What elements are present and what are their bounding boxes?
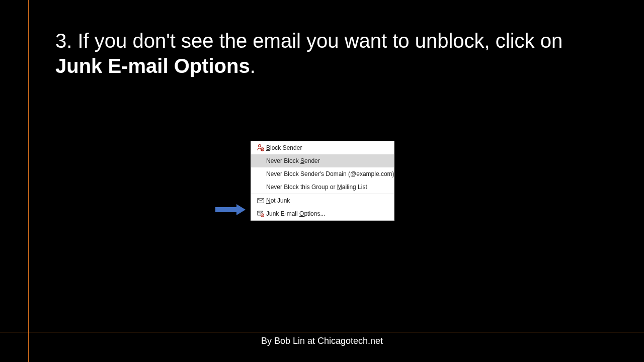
block-sender-icon <box>255 144 266 152</box>
menu-item-never-block-domain[interactable]: Never Block Sender's Domain (@example.co… <box>251 167 394 180</box>
slide: 3. If you don't see the email you want t… <box>0 0 644 362</box>
slide-heading: 3. If you don't see the email you want t… <box>55 28 599 78</box>
svg-point-0 <box>259 145 261 147</box>
mnemonic-letter: S <box>300 157 304 164</box>
heading-text-prefix: 3. If you don't see the email you want t… <box>55 30 562 52</box>
menu-label: Never Block this Group or Mailing List <box>266 184 390 191</box>
footer-credit: By Bob Lin at Chicagotech.net <box>0 336 644 346</box>
arrow-right-icon <box>215 204 246 215</box>
menu-item-junk-email-options[interactable]: Junk E-mail Options... <box>251 207 394 220</box>
junk-menu: Block Sender Never Block Sender Never Bl… <box>251 141 394 221</box>
heading-text-bold: Junk E-mail Options <box>55 55 250 77</box>
label-text: Junk E-mail <box>266 210 299 217</box>
label-text: lock Sender <box>270 144 302 151</box>
mnemonic-letter: B <box>266 144 270 151</box>
label-text: ot Junk <box>271 197 290 204</box>
horizontal-rule <box>0 332 644 332</box>
menu-item-never-block-sender[interactable]: Never Block Sender <box>251 154 394 167</box>
menu-label: Block Sender <box>266 144 390 151</box>
vertical-rule <box>28 0 29 362</box>
mnemonic-letter: N <box>266 197 271 204</box>
menu-label: Never Block Sender <box>266 157 390 164</box>
heading-text-suffix: . <box>250 55 256 77</box>
menu-label: Never Block Sender's Domain (@example.co… <box>266 170 394 177</box>
menu-label: Junk E-mail Options... <box>266 210 390 217</box>
label-text: ptions... <box>304 210 325 217</box>
label-text: ailing List <box>342 184 367 191</box>
label-text: Never Block <box>266 157 300 164</box>
menu-item-not-junk[interactable]: Not Junk <box>251 194 394 207</box>
label-text: ender <box>304 157 320 164</box>
label-text: Never Block this Group or <box>266 184 337 191</box>
menu-label: Not Junk <box>266 197 390 204</box>
menu-item-never-block-group[interactable]: Never Block this Group or Mailing List <box>251 180 394 194</box>
menu-item-block-sender[interactable]: Block Sender <box>251 141 394 154</box>
envelope-icon <box>255 197 266 205</box>
mnemonic-letter: O <box>299 210 304 217</box>
mnemonic-letter: M <box>337 184 342 191</box>
envelope-blocked-icon <box>255 210 266 218</box>
